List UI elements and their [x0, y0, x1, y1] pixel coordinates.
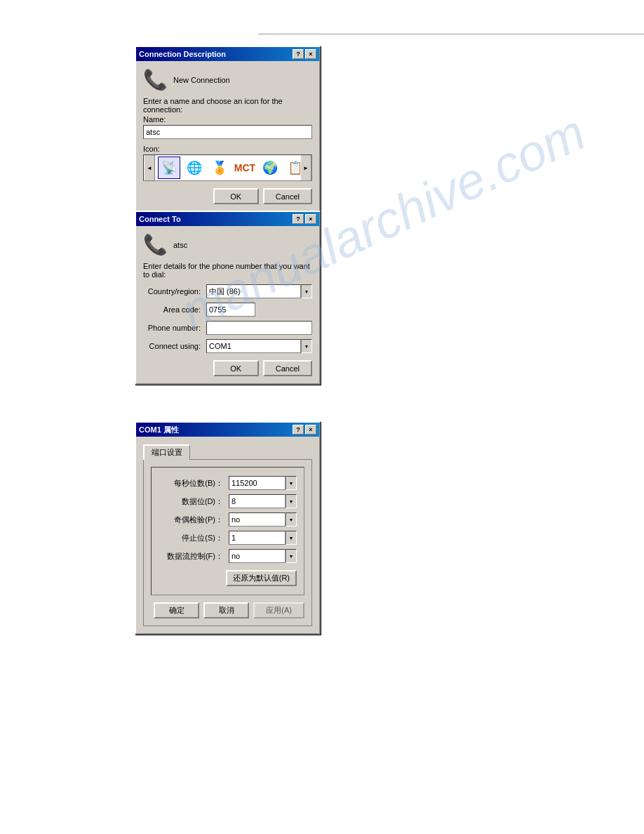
dialog1-help-button[interactable]: ? [293, 49, 304, 59]
dialog1-titlebar: Connection Description ? × [136, 47, 319, 61]
dialog1-icon-scroll[interactable]: ◄ 📡 🌐 🏅 MCT 🌍 📋 🔑 ► [143, 154, 312, 181]
dialog1-ok-button[interactable]: OK [213, 188, 259, 204]
icon-item-5[interactable]: 🌍 [259, 157, 281, 179]
dialog3-parity-arrow[interactable]: ▼ [286, 512, 297, 527]
dialog1-name-input[interactable] [143, 125, 312, 139]
dialog3-flow-container: no ▼ [229, 549, 297, 563]
dialog2-buttons: OK Cancel [143, 360, 312, 376]
dialog3-apply-button[interactable]: 应用(A) [253, 602, 304, 618]
dialog3-baud-value[interactable]: 115200 [229, 476, 286, 490]
dialog3-bits-container: 8 ▼ [229, 494, 297, 508]
dialog2-area-label: Area code: [143, 305, 206, 314]
dialog3-titlebar: COM1 属性 ? × [136, 423, 319, 437]
icon-scroll-left[interactable]: ◄ [144, 154, 155, 181]
dialog2-cancel-button[interactable]: Cancel [263, 360, 312, 376]
dialog1-title: Connection Description [139, 50, 226, 58]
dialog1-description: Enter a name and choose an icon for the … [143, 97, 312, 114]
dialog3-bits-value[interactable]: 8 [229, 494, 286, 508]
dialog2-phone-row: Phone number: [143, 321, 312, 335]
dialog2-area-input[interactable] [206, 303, 255, 317]
dialog2-phone-label: Phone number: [143, 324, 206, 332]
dialog2-help-button[interactable]: ? [293, 214, 304, 224]
dialog2-titlebar-buttons: ? × [293, 214, 316, 224]
dialog2-country-row: Country/region: 中国 (86) ▼ [143, 284, 312, 298]
dialog1-icon-label2: Icon: [143, 145, 312, 153]
dialog2-country-container: 中国 (86) ▼ [206, 284, 312, 298]
dialog1-content: 📞 New Connection Enter a name and choose… [136, 61, 319, 211]
dialog3-close-button[interactable]: × [305, 425, 316, 435]
dialog2-country-value[interactable]: 中国 (86) [206, 284, 301, 298]
dialog3-tabs: 端口设置 [143, 444, 312, 459]
dialog1-icon-area: 📞 New Connection [143, 68, 312, 91]
dialog1-titlebar-buttons: ? × [293, 49, 316, 59]
dialog2-country-arrow[interactable]: ▼ [301, 284, 312, 298]
dialog2-icon-area: 📞 atsc [143, 233, 312, 256]
dialog1-name-row: Name: [143, 115, 312, 139]
dialog2-title: Connect To [139, 215, 181, 223]
icon-scroll-right[interactable]: ► [300, 154, 311, 181]
dialog3-content: 端口设置 每秒位数(B)： 115200 ▼ 数据位(D)： 8 ▼ [136, 437, 319, 633]
dialog3-restore-button[interactable]: 还原为默认值(R) [226, 570, 297, 586]
dialog2-ok-button[interactable]: OK [213, 360, 259, 376]
dialog2-connect-value[interactable]: COM1 [206, 339, 301, 353]
dialog3-stop-label: 停止位(S)： [159, 533, 229, 543]
dialog3-parity-label: 奇偶检验(P)： [159, 515, 229, 525]
dialog3-help-button[interactable]: ? [293, 425, 304, 435]
icon-list: 📡 🌐 🏅 MCT 🌍 📋 🔑 [156, 155, 312, 180]
dialog3-bits-row: 数据位(D)： 8 ▼ [159, 494, 297, 508]
dialog3-baud-row: 每秒位数(B)： 115200 ▼ [159, 476, 297, 490]
dialog3-stop-container: 1 ▼ [229, 531, 297, 545]
dialog1-close-button[interactable]: × [305, 49, 316, 59]
dialog3-stop-row: 停止位(S)： 1 ▼ [159, 531, 297, 545]
dialog2-country-label: Country/region: [143, 287, 206, 296]
dialog3-flow-row: 数据流控制(F)： no ▼ [159, 549, 297, 563]
dialog1-name-label: Name: [143, 115, 312, 124]
dialog1-icon-label: New Connection [173, 76, 230, 84]
dialog3-tab-content: 每秒位数(B)： 115200 ▼ 数据位(D)： 8 ▼ 奇偶检验(P)： [143, 459, 312, 626]
dialog2-connect-row: Connect using: COM1 ▼ [143, 339, 312, 353]
dialog1-icon-row: Icon: ◄ 📡 🌐 🏅 MCT 🌍 📋 🔑 ► [143, 145, 312, 181]
dialog3-ok-button[interactable]: 确定 [154, 602, 199, 618]
new-connection-icon: 📞 [143, 68, 168, 91]
dialog3-titlebar-buttons: ? × [293, 425, 316, 435]
tab-port-settings[interactable]: 端口设置 [143, 444, 190, 460]
dialog2-connect-container: COM1 ▼ [206, 339, 312, 353]
icon-item-2[interactable]: 🌐 [183, 157, 206, 179]
dialog3-cancel-button[interactable]: 取消 [203, 602, 249, 618]
dialog3-restore-row: 还原为默认值(R) [159, 570, 297, 586]
dialog3-stop-arrow[interactable]: ▼ [286, 531, 297, 545]
dialog3-parity-row: 奇偶检验(P)： no ▼ [159, 512, 297, 527]
top-separator [258, 34, 644, 34]
dialog2-connect-arrow[interactable]: ▼ [301, 339, 312, 353]
dialog2-area-row: Area code: [143, 303, 312, 317]
icon-item-3[interactable]: 🏅 [208, 157, 231, 179]
icon-item-4[interactable]: MCT [234, 157, 256, 179]
dialog1-buttons: OK Cancel [143, 188, 312, 204]
dialog3-flow-value[interactable]: no [229, 549, 286, 563]
dialog2-icon-name: atsc [173, 241, 187, 249]
dialog3-flow-label: 数据流控制(F)： [159, 551, 229, 562]
dialog2-connect-label: Connect using: [143, 342, 206, 350]
dialog3-settings-panel: 每秒位数(B)： 115200 ▼ 数据位(D)： 8 ▼ 奇偶检验(P)： [151, 467, 304, 595]
dialog2-content: 📞 atsc Enter details for the phone numbe… [136, 226, 319, 383]
dialog3-flow-arrow[interactable]: ▼ [286, 549, 297, 563]
dialog3-baud-arrow[interactable]: ▼ [286, 476, 297, 490]
dialog3-baud-container: 115200 ▼ [229, 476, 297, 490]
icon-item-1[interactable]: 📡 [158, 157, 180, 179]
com1-properties-dialog: COM1 属性 ? × 端口设置 每秒位数(B)： 115200 ▼ 数据位(D… [135, 421, 321, 635]
dialog2-phone-input[interactable] [206, 321, 312, 335]
dialog3-buttons: 确定 取消 应用(A) [151, 602, 304, 618]
dialog3-title: COM1 属性 [139, 425, 179, 435]
dialog3-baud-label: 每秒位数(B)： [159, 478, 229, 489]
dialog3-bits-label: 数据位(D)： [159, 496, 229, 507]
dialog2-description: Enter details for the phone number that … [143, 262, 312, 279]
dialog1-cancel-button[interactable]: Cancel [263, 188, 312, 204]
dial-up-icon: 📞 [143, 233, 168, 256]
connect-to-dialog: Connect To ? × 📞 atsc Enter details for … [135, 211, 321, 385]
dialog3-bits-arrow[interactable]: ▼ [286, 494, 297, 508]
dialog2-close-button[interactable]: × [305, 214, 316, 224]
dialog3-parity-value[interactable]: no [229, 512, 286, 527]
dialog3-stop-value[interactable]: 1 [229, 531, 286, 545]
dialog3-parity-container: no ▼ [229, 512, 297, 527]
connection-description-dialog: Connection Description ? × 📞 New Connect… [135, 46, 321, 213]
